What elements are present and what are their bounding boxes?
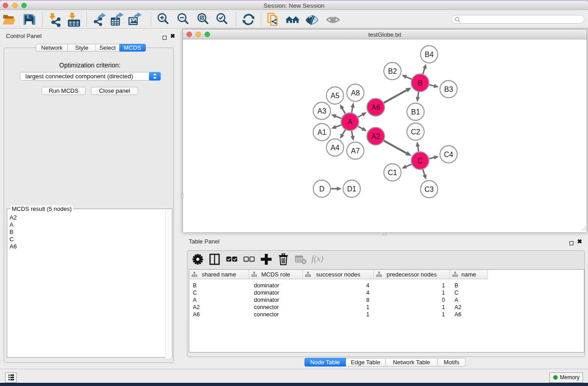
svg-text:D1: D1 [347,185,357,193]
svg-text:C4: C4 [444,151,454,158]
svg-text:D: D [319,185,325,193]
svg-text:A4: A4 [330,144,339,152]
svg-text:B1: B1 [411,108,420,116]
svg-text:B4: B4 [425,51,434,58]
svg-text:A5: A5 [330,92,339,100]
svg-text:A1: A1 [317,129,326,136]
svg-text:C: C [417,157,423,165]
svg-text:A6: A6 [371,104,380,111]
svg-text:A2: A2 [371,133,380,140]
svg-text:A: A [348,118,353,126]
svg-text:C1: C1 [388,169,397,176]
svg-text:B2: B2 [388,67,397,75]
svg-text:C3: C3 [425,186,434,193]
svg-text:A8: A8 [351,89,360,97]
svg-text:B3: B3 [444,86,453,93]
svg-text:C2: C2 [411,128,421,136]
svg-text:A7: A7 [351,147,360,155]
svg-text:B: B [418,79,423,87]
svg-text:A3: A3 [317,107,326,115]
